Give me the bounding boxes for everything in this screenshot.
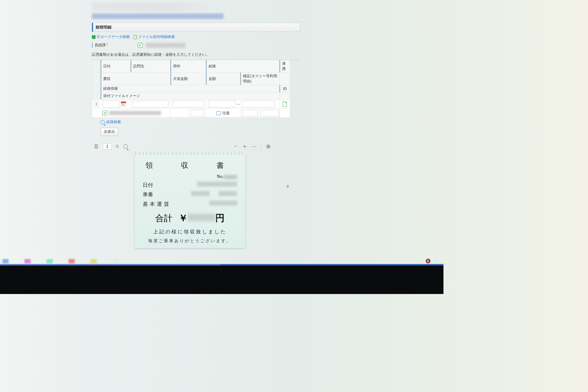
- taskbar-app-icon[interactable]: [91, 259, 97, 263]
- receipt-no-row: No.: [143, 174, 237, 179]
- instruction-text: 証憑書類がある場合は、証憑書類毎に経路・金額を入力してください。: [92, 52, 300, 57]
- note-input[interactable]: [261, 110, 279, 116]
- file-icon: [134, 35, 137, 39]
- zoom-in-icon[interactable]: ＋: [242, 144, 247, 149]
- receipt-car-row: 車番: [143, 191, 237, 198]
- blurred-item: [109, 111, 161, 115]
- oneway-amount-input[interactable]: [190, 110, 204, 116]
- search-toolbar-icon[interactable]: [123, 144, 128, 149]
- data-row-1-line1: 1 –: [92, 100, 300, 109]
- department-checkbox[interactable]: [138, 43, 143, 48]
- col-note: 補足(タクシー等利用理由): [240, 73, 279, 85]
- blurred-link-row: [92, 13, 224, 19]
- receipt-image: 領 収 書 No. 日付 車番 基本運賃 合計 ￥円 上記の様に領収致しました …: [135, 154, 245, 248]
- roundtrip-label: 往復: [222, 111, 230, 116]
- page-separator: /1: [116, 144, 119, 149]
- link-doc-icon[interactable]: [283, 101, 287, 107]
- volume-mute-icon[interactable]: 🔇: [425, 258, 431, 264]
- col-route: 経路: [206, 60, 279, 72]
- hide-button[interactable]: 非表示: [100, 128, 118, 136]
- item-checkbox[interactable]: [102, 111, 107, 115]
- taskbar-apps: [2, 259, 119, 265]
- receipt-date-row: 日付: [143, 182, 237, 189]
- zoom-out-icon[interactable]: −: [233, 144, 238, 149]
- department-field-row: 負担課*: [92, 43, 300, 48]
- route-to-input[interactable]: [241, 101, 275, 107]
- col-id: ID: [279, 85, 290, 92]
- blurred-car-1: [191, 191, 209, 196]
- file-attach-search-link[interactable]: ファイル添付明細検索: [134, 34, 175, 40]
- col-item: 費目: [100, 73, 170, 85]
- amount-input[interactable]: [242, 110, 258, 116]
- chevron-up-icon[interactable]: ︿: [417, 258, 422, 264]
- col-link: 連携: [279, 60, 290, 72]
- ic-card-search-label: ICカードデータ検索: [97, 34, 130, 40]
- date-input[interactable]: [102, 101, 119, 107]
- purpose-input[interactable]: [172, 101, 204, 107]
- file-viewer-toolbar: ☰ /1 − ＋ ⋯ | ⚙: [92, 142, 273, 151]
- route-search-link[interactable]: 経路検索: [100, 119, 300, 125]
- taskbar-app-icon[interactable]: [2, 259, 9, 263]
- receipt-total-row: 合計 ￥円: [143, 212, 237, 224]
- col-date: 日付: [100, 60, 130, 72]
- col-oneway: 片道金額: [170, 73, 206, 85]
- row-number: 1: [94, 101, 99, 107]
- taskbar-app-icon[interactable]: [69, 259, 75, 263]
- header-row-4: 添付ファイルイメージ: [92, 92, 300, 100]
- taskbar-app-icon[interactable]: [113, 259, 119, 263]
- route-dash: –: [237, 102, 239, 106]
- receipt-footer-1: 上記の様に領収致しました: [143, 229, 237, 235]
- blurred-value: [146, 43, 186, 48]
- header-row-3: 経路情報 ID: [92, 85, 300, 92]
- receipt-title: 領 収 書: [143, 160, 237, 170]
- col-attach: 添付ファイルイメージ: [100, 92, 279, 100]
- ic-card-search-link[interactable]: ICカードデータ検索: [92, 34, 130, 40]
- stray-zero: 0: [287, 184, 289, 189]
- section-header-itinerary: 旅程明細: [92, 23, 300, 32]
- system-tray: ︿ 🔇 ⊗: [417, 258, 438, 264]
- taskbar-app-icon[interactable]: [24, 259, 31, 263]
- roundtrip-checkbox[interactable]: [217, 111, 221, 115]
- col-dest: 訪問先: [130, 60, 170, 72]
- receipt-footer-2: 毎度ご乗車ありがとうございます。: [143, 238, 237, 244]
- page-current-input[interactable]: [103, 143, 111, 149]
- col-purpose: 用件: [170, 60, 206, 72]
- more-icon[interactable]: ⋯: [251, 144, 256, 149]
- col-amount: 金額: [206, 73, 240, 85]
- gear-icon[interactable]: ⚙: [266, 144, 271, 149]
- search-icon: [100, 120, 105, 124]
- taskbar-app-icon[interactable]: [47, 259, 53, 263]
- header-row-2: 費目 片道金額 金額 補足(タクシー等利用理由): [92, 73, 300, 85]
- blurred-receipt-date: [197, 182, 237, 187]
- ic-card-icon: [92, 35, 96, 39]
- itinerary-grid: 日付 訪問先 用件 経路 連携 費目 片道金額 金額 補足(タクシー等利用理由)…: [92, 60, 300, 118]
- close-tray-icon[interactable]: ⊗: [434, 258, 438, 264]
- expense-form: 旅程明細 ICカードデータ検索 ファイル添付明細検索 負担課* 証憑書類がある場…: [92, 0, 300, 248]
- search-links-row: ICカードデータ検索 ファイル添付明細検索: [92, 34, 300, 40]
- blurred-text-row: [92, 2, 300, 11]
- data-row-1-line2: 往復: [92, 109, 300, 118]
- blurred-fare: [209, 201, 237, 205]
- list-icon[interactable]: ☰: [94, 144, 99, 149]
- blurred-receipt-no: [224, 175, 237, 179]
- dest-input[interactable]: [133, 101, 168, 107]
- receipt-fare-row: 基本運賃: [143, 201, 237, 208]
- file-attach-search-label: ファイル添付明細検索: [138, 34, 175, 40]
- header-row-1: 日付 訪問先 用件 経路 連携: [92, 60, 300, 73]
- blurred-total: [188, 214, 215, 221]
- blurred-car-2: [219, 191, 237, 196]
- route-from-input[interactable]: [208, 101, 236, 107]
- laptop-bezel: [0, 266, 443, 294]
- calendar-icon[interactable]: [121, 101, 126, 107]
- department-label: 負担課*: [95, 43, 108, 48]
- col-routeinfo: 経路情報: [100, 85, 279, 92]
- route-search-label: 経路検索: [106, 119, 121, 125]
